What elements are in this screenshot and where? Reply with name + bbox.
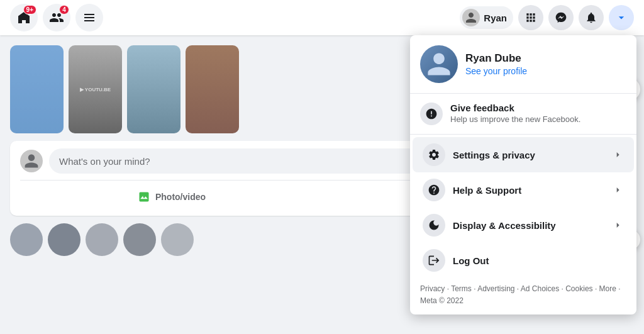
story-card[interactable] (127, 45, 180, 133)
gear-icon (428, 148, 440, 161)
story-inner: ▶ YOUTU.BE (69, 45, 122, 133)
logout-icon-container (423, 249, 445, 272)
photo-video-button[interactable]: Photo/video (20, 186, 322, 208)
settings-icon-container (423, 143, 445, 166)
feedback-icon (425, 108, 438, 120)
feedback-text: Give feedback Help us improve the new Fa… (450, 103, 580, 124)
account-dropdown-button[interactable] (609, 5, 634, 30)
help-icon-container (423, 179, 445, 201)
account-dropdown-menu: Ryan Dube See your profile Give feedback… (410, 35, 636, 315)
chevron-right-icon (613, 220, 623, 230)
chevron-down-icon (615, 11, 628, 24)
friend-avatar[interactable] (86, 223, 118, 256)
user-name-label: Ryan (484, 13, 507, 23)
logout-item-left: Log Out (423, 249, 489, 272)
story-card[interactable]: ▶ YOUTU.BE (69, 45, 122, 133)
give-feedback-item[interactable]: Give feedback Help us improve the new Fa… (410, 96, 636, 131)
nav-left: 9+ 4 (10, 4, 103, 31)
logout-item[interactable]: Log Out (413, 243, 634, 278)
settings-chevron (611, 148, 624, 161)
display-chevron (611, 219, 624, 231)
feedback-sub: Help us improve the new Facebook. (450, 114, 580, 124)
settings-label: Settings & privacy (453, 150, 535, 160)
profile-avatar-icon (425, 50, 453, 78)
home-badge: 9+ (23, 5, 36, 14)
newsfeed-icon (82, 10, 97, 25)
menu-profile-sub: See your profile (465, 66, 527, 76)
grid-icon (525, 11, 537, 24)
chevron-right-icon (613, 185, 623, 195)
post-placeholder: What's on your mind? (59, 156, 150, 167)
photo-video-label: Photo/video (155, 192, 206, 202)
help-label: Help & Support (453, 185, 521, 196)
menu-divider-1 (410, 93, 636, 94)
chevron-right-icon (613, 150, 623, 160)
help-chevron (611, 184, 624, 196)
story-bg (186, 45, 239, 133)
help-circle-icon (428, 184, 440, 196)
avatar-small (462, 9, 480, 26)
settings-privacy-item[interactable]: Settings & privacy (413, 137, 634, 172)
display-item-left: Display & Accessibility (423, 214, 556, 237)
friend-avatar[interactable] (161, 223, 194, 256)
messenger-icon (555, 11, 567, 24)
menu-profile-avatar (420, 45, 458, 83)
menu-profile-info: Ryan Dube See your profile (465, 52, 527, 76)
display-label: Display & Accessibility (453, 220, 556, 231)
photo-icon (138, 191, 150, 203)
story-inner (10, 45, 64, 133)
user-pill[interactable]: Ryan (460, 6, 513, 29)
story-bg (127, 45, 180, 133)
story-card[interactable] (186, 45, 239, 133)
avatar-icon (465, 11, 477, 24)
help-support-item[interactable]: Help & Support (413, 172, 634, 208)
feedback-icon-container (420, 103, 443, 125)
nav-right: Ryan (460, 5, 634, 30)
grid-menu-button[interactable] (518, 5, 543, 30)
friend-avatar[interactable] (48, 223, 80, 256)
settings-item-left: Settings & privacy (423, 143, 535, 166)
newsfeed-nav-button[interactable] (75, 4, 103, 31)
moon-icon (428, 219, 440, 231)
messenger-button[interactable] (548, 5, 574, 30)
logout-icon (428, 254, 440, 267)
menu-divider-2 (410, 134, 636, 135)
story-card[interactable] (10, 45, 64, 133)
top-nav: 9+ 4 Ryan (0, 0, 644, 35)
post-avatar-icon (23, 153, 40, 169)
display-accessibility-item[interactable]: Display & Accessibility (413, 208, 634, 243)
friend-avatar[interactable] (10, 223, 43, 256)
post-avatar (20, 150, 43, 172)
friend-avatar[interactable] (123, 223, 156, 256)
friends-badge: 4 (59, 5, 69, 14)
feedback-title: Give feedback (450, 103, 580, 113)
menu-profile-section[interactable]: Ryan Dube See your profile (410, 40, 636, 91)
bell-icon (585, 11, 597, 24)
menu-profile-name: Ryan Dube (465, 52, 527, 65)
friends-nav-button[interactable]: 4 (43, 4, 70, 31)
display-icon-container (423, 214, 445, 237)
home-nav-button[interactable]: 9+ (10, 4, 38, 31)
notifications-button[interactable] (579, 5, 604, 30)
menu-footer: Privacy · Terms · Advertising · Ad Choic… (410, 278, 636, 315)
photo-video-icon (136, 189, 152, 204)
help-item-left: Help & Support (423, 179, 521, 201)
logout-label: Log Out (453, 255, 489, 266)
footer-links: Privacy · Terms · Advertising · Ad Choic… (420, 284, 621, 305)
